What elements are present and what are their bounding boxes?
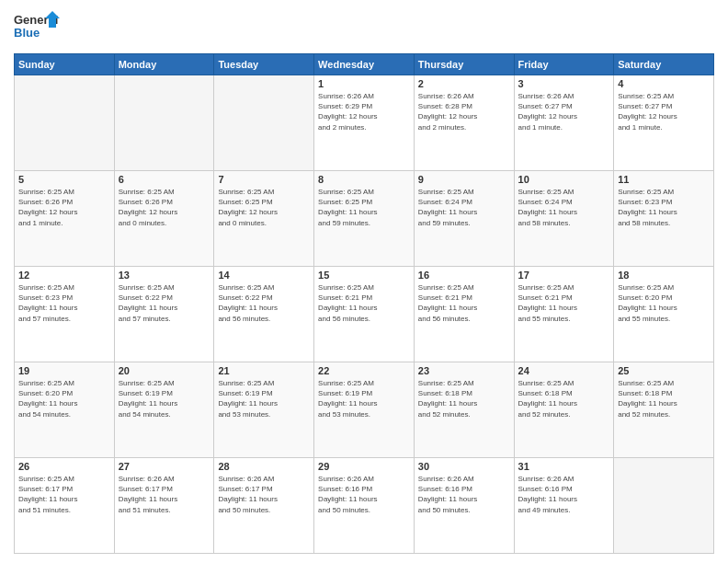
cell-info: Sunrise: 6:26 AM xyxy=(418,474,510,484)
cell-info: Sunrise: 6:26 AM xyxy=(518,474,610,484)
cell-info: and 57 minutes. xyxy=(119,314,210,324)
weekday-header-wednesday: Wednesday xyxy=(314,54,415,75)
cell-info: Sunrise: 6:25 AM xyxy=(119,378,210,388)
cell-info: and 55 minutes. xyxy=(618,314,710,324)
cell-info: and 52 minutes. xyxy=(418,409,510,419)
cell-info: and 52 minutes. xyxy=(518,409,610,419)
calendar: SundayMondayTuesdayWednesdayThursdayFrid… xyxy=(14,53,714,554)
cell-info: Sunrise: 6:26 AM xyxy=(218,474,310,484)
day-number: 10 xyxy=(518,174,610,185)
cell-info: Sunset: 6:20 PM xyxy=(618,293,710,303)
cell-info: Daylight: 11 hours xyxy=(418,494,510,504)
cell-info: Sunrise: 6:25 AM xyxy=(618,282,710,293)
cell-info: and 52 minutes. xyxy=(618,409,710,419)
cell-info: Sunset: 6:26 PM xyxy=(18,197,110,207)
weekday-header-row: SundayMondayTuesdayWednesdayThursdayFrid… xyxy=(15,54,714,75)
cell-info: Daylight: 11 hours xyxy=(18,398,110,408)
cell-info: Sunrise: 6:25 AM xyxy=(318,282,410,293)
day-number: 17 xyxy=(518,270,610,281)
svg-text:Blue: Blue xyxy=(14,26,40,40)
week-row-4: 26Sunrise: 6:25 AMSunset: 6:17 PMDayligh… xyxy=(15,458,714,554)
cell-info: Sunset: 6:17 PM xyxy=(119,484,210,494)
cell-info: Sunrise: 6:25 AM xyxy=(518,282,610,293)
calendar-cell: 30Sunrise: 6:26 AMSunset: 6:16 PMDayligh… xyxy=(414,458,514,554)
cell-info: Sunset: 6:19 PM xyxy=(218,388,310,398)
calendar-cell: 23Sunrise: 6:25 AMSunset: 6:18 PMDayligh… xyxy=(414,362,514,458)
day-number: 9 xyxy=(418,174,510,185)
calendar-cell: 25Sunrise: 6:25 AMSunset: 6:18 PMDayligh… xyxy=(614,362,714,458)
cell-info: and 2 minutes. xyxy=(318,122,410,132)
day-number: 14 xyxy=(218,270,310,281)
cell-info: Sunset: 6:25 PM xyxy=(218,197,310,207)
day-number: 31 xyxy=(518,461,610,472)
cell-info: Daylight: 11 hours xyxy=(418,398,510,408)
cell-info: Sunrise: 6:25 AM xyxy=(618,187,710,197)
cell-info: Daylight: 11 hours xyxy=(218,494,310,504)
cell-info: Sunset: 6:16 PM xyxy=(318,484,410,494)
cell-info: Daylight: 11 hours xyxy=(418,303,510,313)
day-number: 24 xyxy=(518,365,610,376)
cell-info: and 50 minutes. xyxy=(218,505,310,515)
cell-info: Sunset: 6:22 PM xyxy=(218,293,310,303)
cell-info: and 51 minutes. xyxy=(119,505,210,515)
cell-info: Daylight: 12 hours xyxy=(518,111,610,121)
calendar-cell xyxy=(15,75,115,171)
day-number: 21 xyxy=(218,365,310,376)
cell-info: Daylight: 11 hours xyxy=(618,398,710,408)
day-number: 28 xyxy=(218,461,310,472)
cell-info: Sunset: 6:24 PM xyxy=(518,197,610,207)
calendar-cell xyxy=(614,458,714,554)
day-number: 18 xyxy=(618,270,710,281)
cell-info: Sunset: 6:18 PM xyxy=(618,388,710,398)
cell-info: and 49 minutes. xyxy=(518,505,610,515)
cell-info: Sunrise: 6:25 AM xyxy=(318,378,410,388)
calendar-cell: 14Sunrise: 6:25 AMSunset: 6:22 PMDayligh… xyxy=(214,267,314,362)
day-number: 25 xyxy=(618,365,710,376)
week-row-0: 1Sunrise: 6:26 AMSunset: 6:29 PMDaylight… xyxy=(15,75,714,171)
cell-info: Sunset: 6:23 PM xyxy=(618,197,710,207)
calendar-cell: 27Sunrise: 6:26 AMSunset: 6:17 PMDayligh… xyxy=(114,458,214,554)
weekday-header-sunday: Sunday xyxy=(15,54,115,75)
cell-info: Sunrise: 6:25 AM xyxy=(18,282,110,293)
cell-info: Sunset: 6:27 PM xyxy=(618,101,710,111)
cell-info: Sunset: 6:18 PM xyxy=(518,388,610,398)
weekday-header-tuesday: Tuesday xyxy=(214,54,314,75)
cell-info: Daylight: 11 hours xyxy=(18,494,110,504)
cell-info: Daylight: 12 hours xyxy=(318,111,410,121)
calendar-cell xyxy=(114,75,214,171)
calendar-cell: 15Sunrise: 6:25 AMSunset: 6:21 PMDayligh… xyxy=(314,267,415,362)
logo-svg: GeneralBlue xyxy=(14,9,60,46)
cell-info: Sunrise: 6:25 AM xyxy=(418,187,510,197)
cell-info: Sunset: 6:22 PM xyxy=(119,293,210,303)
cell-info: Daylight: 11 hours xyxy=(218,303,310,313)
calendar-cell: 20Sunrise: 6:25 AMSunset: 6:19 PMDayligh… xyxy=(114,362,214,458)
cell-info: Daylight: 11 hours xyxy=(318,398,410,408)
cell-info: Sunrise: 6:26 AM xyxy=(318,474,410,484)
calendar-cell: 3Sunrise: 6:26 AMSunset: 6:27 PMDaylight… xyxy=(514,75,614,171)
calendar-cell: 1Sunrise: 6:26 AMSunset: 6:29 PMDaylight… xyxy=(314,75,415,171)
cell-info: Daylight: 11 hours xyxy=(618,303,710,313)
logo: GeneralBlue xyxy=(14,9,60,46)
cell-info: and 50 minutes. xyxy=(418,505,510,515)
cell-info: Sunrise: 6:25 AM xyxy=(119,187,210,197)
cell-info: Daylight: 12 hours xyxy=(18,207,110,217)
calendar-cell: 26Sunrise: 6:25 AMSunset: 6:17 PMDayligh… xyxy=(15,458,115,554)
cell-info: Daylight: 11 hours xyxy=(119,398,210,408)
cell-info: and 58 minutes. xyxy=(518,218,610,228)
calendar-cell: 17Sunrise: 6:25 AMSunset: 6:21 PMDayligh… xyxy=(514,267,614,362)
calendar-cell: 21Sunrise: 6:25 AMSunset: 6:19 PMDayligh… xyxy=(214,362,314,458)
day-number: 15 xyxy=(318,270,410,281)
cell-info: and 2 minutes. xyxy=(418,122,510,132)
cell-info: Sunrise: 6:25 AM xyxy=(418,378,510,388)
day-number: 2 xyxy=(418,78,510,89)
cell-info: Sunrise: 6:25 AM xyxy=(18,187,110,197)
cell-info: Sunset: 6:19 PM xyxy=(119,388,210,398)
cell-info: and 56 minutes. xyxy=(318,314,410,324)
cell-info: Sunset: 6:20 PM xyxy=(18,388,110,398)
cell-info: Sunset: 6:25 PM xyxy=(318,197,410,207)
cell-info: Sunrise: 6:25 AM xyxy=(18,474,110,484)
day-number: 3 xyxy=(518,78,610,89)
cell-info: Daylight: 11 hours xyxy=(518,398,610,408)
cell-info: and 53 minutes. xyxy=(318,409,410,419)
calendar-cell: 31Sunrise: 6:26 AMSunset: 6:16 PMDayligh… xyxy=(514,458,614,554)
